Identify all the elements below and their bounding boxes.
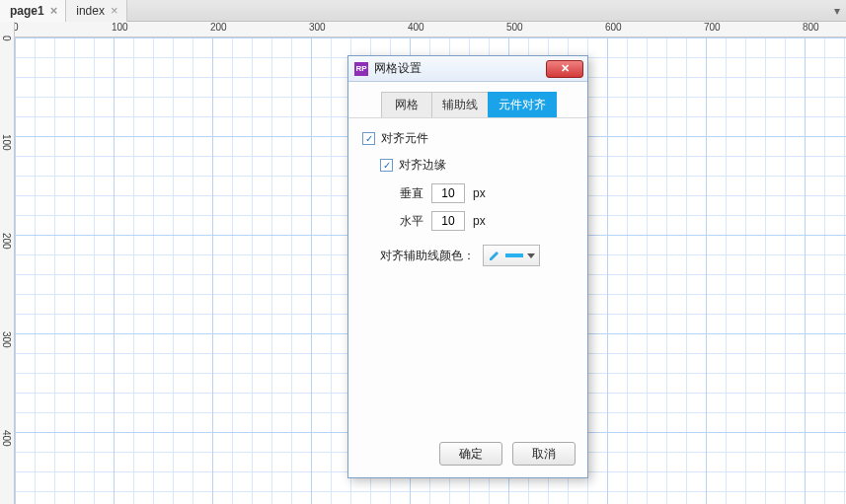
guide-color-picker[interactable] bbox=[483, 245, 540, 266]
dialog-footer: 确定 取消 bbox=[348, 434, 587, 477]
ok-button[interactable]: 确定 bbox=[439, 442, 502, 466]
ruler-tick: 200 bbox=[1, 233, 12, 250]
chevron-down-icon: ▾ bbox=[834, 4, 840, 18]
align-edges-label: 对齐边缘 bbox=[399, 157, 446, 174]
tabs-overflow-button[interactable]: ▾ bbox=[828, 4, 846, 18]
tab-label: 元件对齐 bbox=[499, 98, 546, 111]
ruler-tick: 400 bbox=[1, 430, 12, 447]
ruler-tick: 300 bbox=[309, 22, 326, 33]
ruler-tick: 500 bbox=[506, 22, 523, 33]
dialog-body: ✓ 对齐元件 ✓ 对齐边缘 垂直 px 水平 px 对齐辅助线颜色： bbox=[348, 118, 587, 434]
dialog-titlebar[interactable]: RP 网格设置 ✕ bbox=[348, 56, 587, 82]
page-tab-index[interactable]: index × bbox=[66, 0, 126, 22]
ruler-tick: 0 bbox=[15, 22, 19, 33]
app-icon: RP bbox=[354, 62, 368, 76]
align-widgets-checkbox[interactable]: ✓ bbox=[362, 132, 375, 145]
ruler-tick: 300 bbox=[1, 331, 12, 348]
ruler-tick: 600 bbox=[605, 22, 622, 33]
horizontal-label: 水平 bbox=[400, 213, 423, 230]
guide-color-row: 对齐辅助线颜色： bbox=[380, 245, 574, 266]
close-icon: ✕ bbox=[561, 62, 570, 75]
ruler-tick: 700 bbox=[704, 22, 721, 33]
ruler-tick: 0 bbox=[1, 36, 12, 41]
ruler-tick: 200 bbox=[210, 22, 227, 33]
grid-settings-dialog: RP 网格设置 ✕ 网格 辅助线 元件对齐 ✓ 对齐元件 ✓ 对齐边缘 垂直 p… bbox=[347, 55, 588, 478]
close-icon[interactable]: × bbox=[50, 4, 58, 17]
tab-label: 网格 bbox=[395, 98, 419, 111]
vertical-input[interactable] bbox=[431, 183, 465, 203]
unit-label: px bbox=[473, 186, 486, 200]
align-widgets-row: ✓ 对齐元件 bbox=[362, 130, 574, 147]
close-button[interactable]: ✕ bbox=[546, 60, 583, 78]
button-label: 确定 bbox=[459, 447, 483, 461]
page-tab-page1[interactable]: page1 × bbox=[0, 0, 66, 22]
page-tab-label: index bbox=[76, 4, 105, 18]
page-tabs: page1 × index × ▾ bbox=[0, 0, 846, 22]
vertical-row: 垂直 px bbox=[400, 183, 574, 203]
align-edges-checkbox[interactable]: ✓ bbox=[380, 159, 393, 172]
tab-widget-align[interactable]: 元件对齐 bbox=[488, 92, 557, 117]
close-icon[interactable]: × bbox=[111, 4, 118, 17]
dialog-title: 网格设置 bbox=[374, 60, 422, 77]
dialog-tabs: 网格 辅助线 元件对齐 bbox=[348, 82, 587, 118]
vertical-label: 垂直 bbox=[400, 185, 423, 202]
align-edges-row: ✓ 对齐边缘 bbox=[380, 157, 574, 174]
chevron-down-icon bbox=[527, 253, 535, 258]
vertical-ruler: 0 100 200 300 400 bbox=[0, 22, 15, 504]
horizontal-ruler: 0 100 200 300 400 500 600 700 800 bbox=[15, 22, 846, 37]
button-label: 取消 bbox=[532, 447, 556, 461]
ruler-tick: 400 bbox=[408, 22, 424, 33]
tab-grid[interactable]: 网格 bbox=[381, 92, 432, 117]
guide-color-label: 对齐辅助线颜色： bbox=[380, 248, 475, 264]
tab-label: 辅助线 bbox=[442, 98, 478, 111]
ruler-tick: 100 bbox=[112, 22, 128, 33]
color-swatch bbox=[505, 253, 523, 257]
ruler-tick: 100 bbox=[1, 134, 12, 151]
horizontal-input[interactable] bbox=[431, 211, 465, 231]
cancel-button[interactable]: 取消 bbox=[512, 442, 576, 466]
pencil-icon bbox=[488, 249, 501, 262]
horizontal-row: 水平 px bbox=[400, 211, 574, 231]
tab-guides[interactable]: 辅助线 bbox=[431, 92, 489, 117]
unit-label: px bbox=[473, 214, 486, 228]
align-widgets-label: 对齐元件 bbox=[381, 130, 428, 147]
page-tab-label: page1 bbox=[10, 4, 44, 18]
ruler-tick: 800 bbox=[803, 22, 819, 33]
